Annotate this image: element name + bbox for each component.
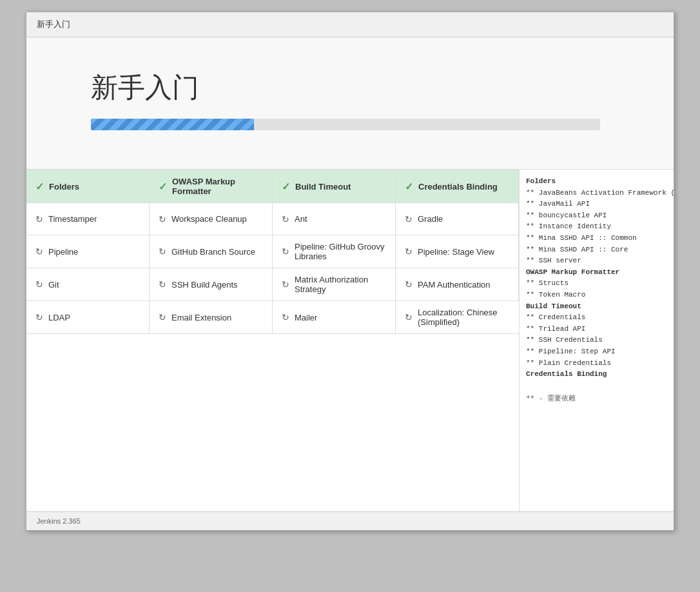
refresh-icon: ↻ xyxy=(282,312,289,322)
titlebar: 新手入门 xyxy=(26,12,674,37)
sidebar-line: ** Mina SSHD API :: Core xyxy=(526,244,667,256)
grid-header-cell: ✓OWASP Markup Formatter xyxy=(150,170,273,203)
grid-cell-label: Ant xyxy=(295,214,307,224)
sidebar-line: ** Mina SSHD API :: Common xyxy=(526,233,667,244)
grid-header-cell: ✓Credentials Binding xyxy=(396,170,519,203)
grid-cell-label: Email Extension xyxy=(171,313,231,322)
grid-data-cell: ↻LDAP xyxy=(26,301,150,334)
grid-data-cell: ↻Pipeline: GitHub Groovy Libraries xyxy=(273,235,396,268)
footer-label: Jenkins 2.365 xyxy=(37,517,81,525)
grid-header-label: OWASP Markup Formatter xyxy=(172,177,263,196)
check-icon: ✓ xyxy=(282,181,290,193)
sidebar-line: OWASP Markup Formatter xyxy=(526,267,667,279)
refresh-icon: ↻ xyxy=(405,279,413,290)
sidebar-line: ** JavaMail API xyxy=(526,199,667,210)
grid-header-cell: ✓Folders xyxy=(26,170,150,203)
sidebar-line: ** Token Macro xyxy=(526,290,667,301)
grid-cell-label: Localization: Chinese (Simplified) xyxy=(418,308,510,327)
sidebar-line: ** bouncycastle API xyxy=(526,210,667,222)
titlebar-label: 新手入门 xyxy=(37,19,70,29)
sidebar-line: ** JavaBeans Activation Framework (JAF) … xyxy=(526,188,667,199)
grid-cell-label: SSH Build Agents xyxy=(171,280,238,290)
check-icon: ✓ xyxy=(405,181,413,193)
sidebar-line: ** Structs xyxy=(526,278,667,290)
refresh-icon: ↻ xyxy=(35,214,43,224)
grid-cell-label: PAM Authentication xyxy=(418,280,491,290)
grid-data-cell: ↻Pipeline: Stage View xyxy=(396,235,519,268)
grid-header-cell: ✓Build Timeout xyxy=(273,170,396,203)
refresh-icon: ↻ xyxy=(282,214,289,224)
grid-data-cell: ↻GitHub Branch Source xyxy=(150,235,273,268)
sidebar-footer-note: ** - 需要依赖 xyxy=(526,393,667,403)
sidebar-line: ** Instance Identity xyxy=(526,221,667,233)
grid-data-cell: ↻Gradle xyxy=(396,203,519,235)
grid-cell-label: Pipeline: GitHub Groovy Libraries xyxy=(295,242,386,261)
sidebar-line: ** Credentials xyxy=(526,312,667,324)
refresh-icon: ↻ xyxy=(159,279,166,290)
grid-header-label: Folders xyxy=(49,182,79,192)
refresh-icon: ↻ xyxy=(35,279,43,290)
refresh-icon: ↻ xyxy=(405,214,413,224)
grid-data-cell: ↻Localization: Chinese (Simplified) xyxy=(396,301,519,334)
refresh-icon: ↻ xyxy=(35,246,43,257)
grid-data-cell: ↻Workspace Cleanup xyxy=(150,203,273,235)
grid-data-cell: ↻Timestamper xyxy=(26,203,150,235)
grid-data-cell: ↻Email Extension xyxy=(150,301,273,334)
grid-cell-label: Git xyxy=(48,280,59,290)
sidebar-line: ** Trilead API xyxy=(526,324,667,335)
grid-cell-label: LDAP xyxy=(48,313,70,322)
grid-cell-label: Matrix Authorization Strategy xyxy=(295,275,386,294)
sidebar-line: Credentials Binding xyxy=(526,369,667,380)
grid-cell-label: Mailer xyxy=(295,313,317,322)
footer: Jenkins 2.365 xyxy=(26,511,674,530)
progress-bar-fill xyxy=(91,119,254,130)
refresh-icon: ↻ xyxy=(282,279,289,290)
refresh-icon: ↻ xyxy=(159,214,166,224)
grid-data-cell: ↻PAM Authentication xyxy=(396,268,519,301)
refresh-icon: ↻ xyxy=(159,312,166,322)
grid-data-cell: ↻Git xyxy=(26,268,150,301)
main-window: 新手入门 新手入门 ✓Folders✓OWASP Markup Formatte… xyxy=(26,12,674,531)
refresh-icon: ↻ xyxy=(159,246,166,257)
grid-cell-label: GitHub Branch Source xyxy=(171,247,255,257)
grid-cell-label: Pipeline: Stage View xyxy=(418,247,494,257)
grid-data-cell: ↻Ant xyxy=(273,203,396,235)
sidebar-line: ** Pipeline: Step API xyxy=(526,346,667,358)
sidebar: Folders** JavaBeans Activation Framework… xyxy=(519,170,674,511)
hero-title: 新手入门 xyxy=(91,70,609,106)
grid-header-label: Build Timeout xyxy=(295,182,351,192)
refresh-icon: ↻ xyxy=(35,312,43,322)
check-icon: ✓ xyxy=(159,181,167,193)
sidebar-line: ** SSH Credentials xyxy=(526,335,667,346)
refresh-icon: ↻ xyxy=(282,246,289,257)
sidebar-line: ** Plain Credentials xyxy=(526,358,667,370)
sidebar-line: Build Timeout xyxy=(526,301,667,313)
refresh-icon: ↻ xyxy=(405,246,413,257)
progress-bar-container xyxy=(91,119,600,130)
sidebar-line: ** SSH server xyxy=(526,255,667,267)
hero-section: 新手入门 xyxy=(26,37,674,170)
grid-cell-label: Pipeline xyxy=(48,247,78,257)
plugins-grid: ✓Folders✓OWASP Markup Formatter✓Build Ti… xyxy=(26,170,519,334)
plugins-table: ✓Folders✓OWASP Markup Formatter✓Build Ti… xyxy=(26,170,519,511)
grid-cell-label: Gradle xyxy=(418,214,443,224)
grid-data-cell: ↻Matrix Authorization Strategy xyxy=(273,268,396,301)
grid-data-cell: ↻SSH Build Agents xyxy=(150,268,273,301)
grid-data-cell: ↻Pipeline xyxy=(26,235,150,268)
grid-data-cell: ↻Mailer xyxy=(273,301,396,334)
sidebar-line: Folders xyxy=(526,176,667,188)
check-icon: ✓ xyxy=(35,181,44,193)
content-area: ✓Folders✓OWASP Markup Formatter✓Build Ti… xyxy=(26,170,674,511)
grid-header-label: Credentials Binding xyxy=(418,182,498,192)
grid-cell-label: Timestamper xyxy=(48,214,97,224)
grid-cell-label: Workspace Cleanup xyxy=(171,214,247,224)
refresh-icon: ↻ xyxy=(405,312,413,322)
